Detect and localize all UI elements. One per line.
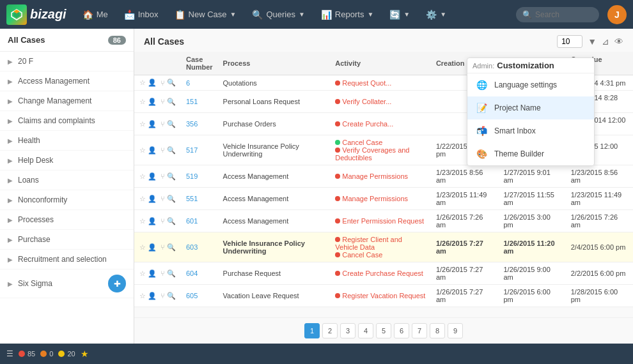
search-row-icon[interactable]: 🔍 xyxy=(167,146,176,155)
case-number-link[interactable]: 356 xyxy=(186,120,198,128)
person-row-icon[interactable]: 👤 xyxy=(148,217,157,225)
dropdown-item-project-name[interactable]: 📝 Project Name xyxy=(467,96,594,119)
sidebar-item-nonconformity[interactable]: ▶ Nonconformity xyxy=(0,190,134,210)
case-number-link[interactable]: 603 xyxy=(186,243,198,251)
dropdown-item-language[interactable]: 🌐 Language settings xyxy=(467,73,594,96)
case-number-link[interactable]: 6 xyxy=(186,79,190,87)
person-row-icon[interactable]: 👤 xyxy=(148,146,157,155)
activity-link[interactable]: Register Vacation Request xyxy=(342,292,425,300)
fork-row-icon[interactable]: ⑂ xyxy=(160,195,165,202)
sidebar-item-loans[interactable]: ▶ Loans xyxy=(0,171,134,190)
new-case-fab[interactable]: ✚ xyxy=(108,275,126,292)
case-number-link[interactable]: 551 xyxy=(186,195,198,202)
search-row-icon[interactable]: 🔍 xyxy=(167,98,176,106)
sidebar-item-access-management[interactable]: ▶ Access Management xyxy=(0,72,134,91)
activity-link[interactable]: Cancel Case xyxy=(342,139,382,146)
star-row-icon[interactable]: ☆ xyxy=(139,146,146,155)
case-number-link[interactable]: 517 xyxy=(186,146,198,154)
star-row-icon[interactable]: ☆ xyxy=(139,120,146,128)
page-btn-3[interactable]: 3 xyxy=(340,323,356,338)
sidebar-item-helpdesk[interactable]: ▶ Help Desk xyxy=(0,151,134,171)
page-btn-4[interactable]: 4 xyxy=(358,323,373,338)
person-row-icon[interactable]: 👤 xyxy=(148,195,157,203)
fork-row-icon[interactable]: ⑂ xyxy=(160,217,165,225)
sidebar-item-processes[interactable]: ▶ Processes xyxy=(0,210,134,230)
nav-reports[interactable]: 📊 Reports ▼ xyxy=(315,0,380,29)
person-row-icon[interactable]: 👤 xyxy=(148,120,157,128)
activity-link[interactable]: Register Client and Vehicle Data xyxy=(335,236,402,251)
star-row-icon[interactable]: ☆ xyxy=(139,79,146,87)
sidebar-item-six-sigma[interactable]: ▶ Six Sigma ✚ xyxy=(0,269,134,298)
sidebar-item-recruitment[interactable]: ▶ Recruitment and selection xyxy=(0,250,134,269)
star-row-icon[interactable]: ☆ xyxy=(139,217,146,225)
page-btn-1[interactable]: 1 xyxy=(304,323,320,338)
search-row-icon[interactable]: 🔍 xyxy=(167,195,176,203)
star-row-icon[interactable]: ☆ xyxy=(139,172,146,181)
fork-row-icon[interactable]: ⑂ xyxy=(160,292,165,300)
case-number-link[interactable]: 604 xyxy=(186,269,198,277)
activity-link[interactable]: Manage Permissions xyxy=(342,172,408,180)
nav-queries[interactable]: 🔍 Queries ▼ xyxy=(246,0,311,29)
fork-row-icon[interactable]: ⑂ xyxy=(160,98,165,105)
page-btn-9[interactable]: 9 xyxy=(448,323,463,338)
activity-link[interactable]: Create Purchase Request xyxy=(342,269,423,277)
star-row-icon[interactable]: ☆ xyxy=(139,269,146,278)
fork-row-icon[interactable]: ⑂ xyxy=(160,269,165,277)
person-row-icon[interactable]: 👤 xyxy=(148,292,157,300)
filter-funnel-icon[interactable]: ⊿ xyxy=(602,36,609,47)
case-number-link[interactable]: 519 xyxy=(186,172,198,180)
star-row-icon[interactable]: ☆ xyxy=(139,98,146,106)
case-number-link[interactable]: 151 xyxy=(186,98,198,105)
fork-row-icon[interactable]: ⑂ xyxy=(160,120,165,128)
nav-refresh[interactable]: 🔄 ▼ xyxy=(383,0,416,29)
search-row-icon[interactable]: 🔍 xyxy=(167,120,176,128)
activity-link[interactable]: Manage Permissions xyxy=(342,195,408,202)
activity-link[interactable]: Request Quot... xyxy=(342,79,391,87)
activity-link[interactable]: Enter Permission Request xyxy=(342,217,424,225)
sidebar-item-health[interactable]: ▶ Health xyxy=(0,131,134,151)
view-icon[interactable]: 👁 xyxy=(614,36,623,47)
sidebar-item-claims[interactable]: ▶ Claims and complaints xyxy=(0,111,134,131)
activity-link[interactable]: Verify Collater... xyxy=(342,98,391,105)
fork-row-icon[interactable]: ⑂ xyxy=(160,172,165,180)
person-row-icon[interactable]: 👤 xyxy=(148,98,157,106)
dropdown-item-smart-inbox[interactable]: 📬 Smart Inbox xyxy=(467,119,594,142)
star-row-icon[interactable]: ☆ xyxy=(139,292,146,300)
person-row-icon[interactable]: 👤 xyxy=(148,243,157,252)
case-number-link[interactable]: 601 xyxy=(186,217,198,225)
nav-inbox[interactable]: 📩 Inbox xyxy=(118,0,165,29)
activity-link[interactable]: Cancel Case xyxy=(342,251,382,259)
page-btn-8[interactable]: 8 xyxy=(430,323,445,338)
fork-row-icon[interactable]: ⑂ xyxy=(160,79,165,87)
person-row-icon[interactable]: 👤 xyxy=(148,79,157,87)
page-btn-5[interactable]: 5 xyxy=(376,323,391,338)
case-number-link[interactable]: 605 xyxy=(186,292,198,300)
person-row-icon[interactable]: 👤 xyxy=(148,269,157,278)
dropdown-item-theme-builder[interactable]: 🎨 Theme Builder xyxy=(467,142,594,165)
user-avatar[interactable]: J xyxy=(607,5,627,24)
activity-link[interactable]: Verify Coverages and Deductibles xyxy=(335,146,409,162)
page-btn-2[interactable]: 2 xyxy=(322,323,338,338)
search-row-icon[interactable]: 🔍 xyxy=(167,269,176,278)
sidebar-item-purchase[interactable]: ▶ Purchase xyxy=(0,230,134,250)
star-row-icon[interactable]: ☆ xyxy=(139,195,146,203)
search-row-icon[interactable]: 🔍 xyxy=(167,172,176,181)
nav-settings[interactable]: ⚙️ ▼ xyxy=(419,0,453,29)
activity-link[interactable]: Create Purcha... xyxy=(342,120,393,128)
search-row-icon[interactable]: 🔍 xyxy=(167,79,176,87)
page-btn-6[interactable]: 6 xyxy=(394,323,409,338)
fork-row-icon[interactable]: ⑂ xyxy=(160,146,165,154)
sidebar-item-20f[interactable]: ▶ 20 F xyxy=(0,52,134,72)
search-row-icon[interactable]: 🔍 xyxy=(167,217,176,225)
filter-icon[interactable]: ▼ xyxy=(588,36,597,47)
nav-new-case[interactable]: 📋 New Case ▼ xyxy=(168,0,243,29)
fork-row-icon[interactable]: ⑂ xyxy=(160,243,165,251)
person-row-icon[interactable]: 👤 xyxy=(148,172,157,181)
nav-me[interactable]: 🏠 Me xyxy=(76,0,114,29)
search-row-icon[interactable]: 🔍 xyxy=(167,292,176,300)
search-row-icon[interactable]: 🔍 xyxy=(167,243,176,252)
per-page-select[interactable]: 10 25 50 xyxy=(557,35,582,48)
sidebar-item-change-management[interactable]: ▶ Change Management xyxy=(0,91,134,111)
page-btn-7[interactable]: 7 xyxy=(412,323,427,338)
star-row-icon[interactable]: ☆ xyxy=(139,243,146,252)
